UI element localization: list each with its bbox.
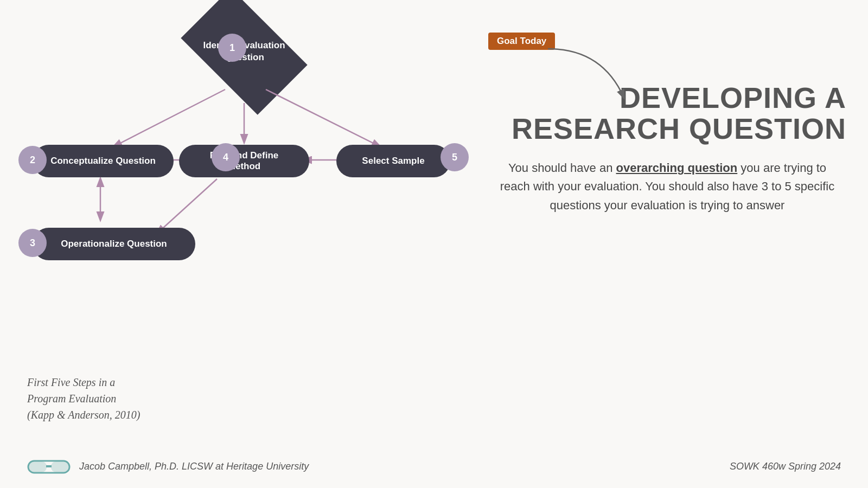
curved-arrow-svg xyxy=(537,43,646,114)
caption-text: First Five Steps in a Program Evaluation… xyxy=(27,374,141,423)
svg-rect-10 xyxy=(46,465,52,467)
right-panel: Goal Today Developing A Research Questio… xyxy=(488,33,846,215)
circle-5: 5 xyxy=(441,143,469,171)
svg-line-6 xyxy=(157,179,217,233)
circle-4: 4 xyxy=(212,143,240,171)
svg-rect-8 xyxy=(30,462,46,472)
footer-author: Jacob Campbell, Ph.D. LICSW at Heritage … xyxy=(79,461,309,472)
goggles-icon xyxy=(27,455,71,477)
svg-rect-9 xyxy=(52,462,68,472)
diagram-area: Identify Evaluation Question 1 Conceptua… xyxy=(0,0,488,325)
circle-3: 3 xyxy=(18,229,47,257)
svg-line-2 xyxy=(266,89,380,146)
footer-left: Jacob Campbell, Ph.D. LICSW at Heritage … xyxy=(27,455,309,477)
developing-body: You should have an overarching question … xyxy=(488,159,846,214)
svg-line-0 xyxy=(114,89,225,146)
step-3-pill: Operationalize Question xyxy=(33,228,195,260)
footer-course: SOWK 460w Spring 2024 xyxy=(730,461,841,472)
footer: Jacob Campbell, Ph.D. LICSW at Heritage … xyxy=(0,455,868,477)
circle-1: 1 xyxy=(218,34,246,62)
step-4-pill: Pick and Define Method xyxy=(179,145,309,177)
step-5-pill: Select Sample xyxy=(336,145,450,177)
caption-area: First Five Steps in a Program Evaluation… xyxy=(27,374,141,423)
step-2-pill: Conceptualize Question xyxy=(33,145,174,177)
circle-2: 2 xyxy=(18,146,47,174)
